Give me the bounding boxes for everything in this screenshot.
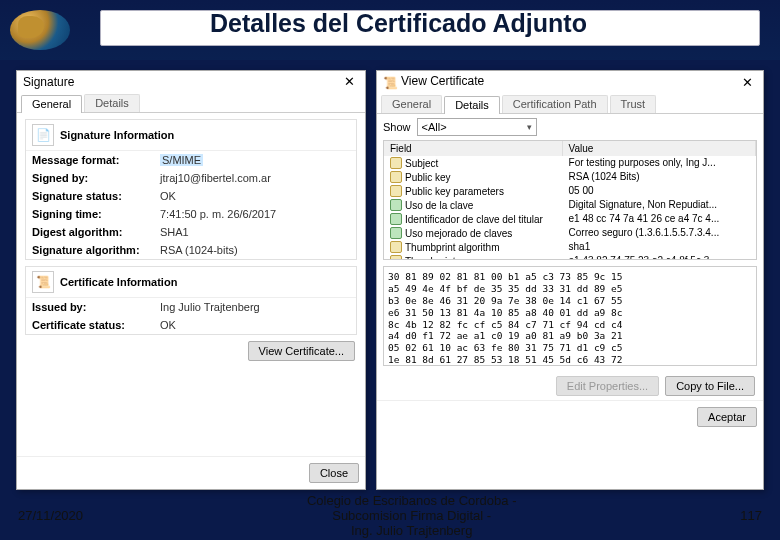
tab-certification-path[interactable]: Certification Path xyxy=(502,95,608,113)
tab-trust[interactable]: Trust xyxy=(610,95,657,113)
table-row[interactable]: Uso de la claveDigital Signature, Non Re… xyxy=(384,198,756,212)
table-row[interactable]: Thumbprint algorithmsha1 xyxy=(384,240,756,254)
field-icon xyxy=(390,241,402,253)
certificate-fields-grid[interactable]: Field Value SubjectFor testing purposes … xyxy=(383,140,757,260)
signature-info-heading: Signature Information xyxy=(60,129,174,141)
chevron-down-icon: ▾ xyxy=(527,122,532,132)
field-icon xyxy=(390,227,402,239)
show-select-value: <All> xyxy=(422,121,447,133)
certificate-icon: 📜 xyxy=(383,76,397,90)
close-icon[interactable]: ✕ xyxy=(340,74,359,89)
slide-number: 117 xyxy=(740,508,762,523)
tab-general[interactable]: General xyxy=(381,95,442,113)
slide-date: 27/11/2020 xyxy=(18,508,83,523)
tab-details[interactable]: Details xyxy=(84,94,140,112)
issued-by-value: Ing Julio Trajtenberg xyxy=(160,301,260,313)
issued-by-label: Issued by: xyxy=(32,301,152,313)
globe-icon xyxy=(10,10,70,50)
sigalg-label: Signature algorithm: xyxy=(32,244,152,256)
show-label: Show xyxy=(383,121,411,133)
hex-dump[interactable]: 30 81 89 02 81 81 00 b1 a5 c3 73 85 9c 1… xyxy=(383,266,757,366)
table-row[interactable]: Public keyRSA (1024 Bits) xyxy=(384,170,756,184)
sign-time-label: Signing time: xyxy=(32,208,152,220)
certificate-info-heading: Certificate Information xyxy=(60,276,177,288)
close-icon[interactable]: ✕ xyxy=(738,75,757,90)
tab-details[interactable]: Details xyxy=(444,96,500,114)
slide-title: Detalles del Certificado Adjunto xyxy=(210,9,587,38)
view-certificate-button[interactable]: View Certificate... xyxy=(248,341,355,361)
view-certificate-dialog-title: View Certificate xyxy=(401,74,484,88)
table-row[interactable]: Identificador de clave del titulare1 48 … xyxy=(384,212,756,226)
signed-by-label: Signed by: xyxy=(32,172,152,184)
footer-org-line3: Ing. Julio Trajtenberg xyxy=(83,523,740,538)
footer-org-line1: Colegio de Escribanos de Cordoba - xyxy=(83,493,740,508)
document-icon: 📄 xyxy=(32,124,54,146)
msg-format-label: Message format: xyxy=(32,154,152,166)
copy-to-file-button[interactable]: Copy to File... xyxy=(665,376,755,396)
column-field: Field xyxy=(384,141,563,156)
sigalg-value: RSA (1024-bits) xyxy=(160,244,238,256)
msg-format-value: S/MIME xyxy=(160,154,203,166)
column-value: Value xyxy=(563,141,756,156)
tab-general[interactable]: General xyxy=(21,95,82,113)
cert-status-label: Certificate status: xyxy=(32,319,152,331)
accept-button[interactable]: Aceptar xyxy=(697,407,757,427)
view-certificate-dialog: 📜View Certificate ✕ General Details Cert… xyxy=(376,70,764,490)
field-icon xyxy=(390,213,402,225)
cert-status-value: OK xyxy=(160,319,176,331)
certificate-icon: 📜 xyxy=(32,271,54,293)
digest-value: SHA1 xyxy=(160,226,189,238)
field-icon xyxy=(390,157,402,169)
table-row[interactable]: Public key parameters05 00 xyxy=(384,184,756,198)
table-row[interactable]: SubjectFor testing purposes only, Ing J.… xyxy=(384,156,756,170)
signature-dialog-title: Signature xyxy=(23,75,74,89)
table-row[interactable]: Thumbprinte1 43 82 74 75 23 a2 c4 8f 5c … xyxy=(384,254,756,260)
edit-properties-button: Edit Properties... xyxy=(556,376,659,396)
field-icon xyxy=(390,185,402,197)
close-button[interactable]: Close xyxy=(309,463,359,483)
show-select[interactable]: <All> ▾ xyxy=(417,118,537,136)
footer-org-line2: Subcomision Firma Digital - xyxy=(83,508,740,523)
field-icon xyxy=(390,255,402,260)
signed-by-value: jtraj10@fibertel.com.ar xyxy=(160,172,271,184)
table-row[interactable]: Uso mejorado de clavesCorreo seguro (1.3… xyxy=(384,226,756,240)
sign-time-value: 7:41:50 p. m. 26/6/2017 xyxy=(160,208,276,220)
signature-dialog: Signature ✕ General Details 📄 Signature … xyxy=(16,70,366,490)
sig-status-value: OK xyxy=(160,190,176,202)
slide-footer: 27/11/2020 Colegio de Escribanos de Cord… xyxy=(0,490,780,540)
digest-label: Digest algorithm: xyxy=(32,226,152,238)
sig-status-label: Signature status: xyxy=(32,190,152,202)
field-icon xyxy=(390,171,402,183)
field-icon xyxy=(390,199,402,211)
